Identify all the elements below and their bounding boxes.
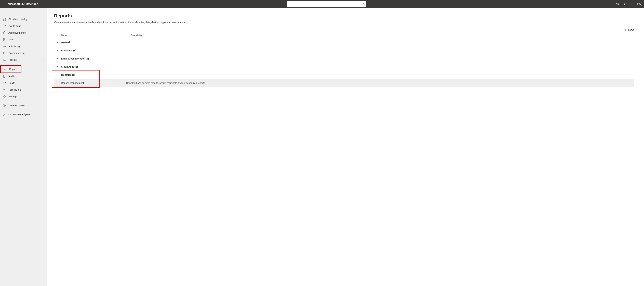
app-title: Microsoft 365 Defender <box>8 3 38 6</box>
user-avatar[interactable]: TA <box>637 2 642 7</box>
community-icon[interactable] <box>616 3 619 6</box>
sidebar-item-label: Files <box>8 38 44 41</box>
svg-point-15 <box>624 4 625 5</box>
svg-point-41 <box>4 96 5 97</box>
sidebar-item-activity-log[interactable]: Activity log <box>0 43 47 50</box>
sidebar-item-label: Cloud app catalog <box>8 18 44 21</box>
sidebar-item-label: Activity log <box>8 45 44 48</box>
svg-line-40 <box>5 90 6 90</box>
page-title: Reports <box>54 13 634 19</box>
heart-icon <box>3 82 6 84</box>
group-label: Cloud Apps (1) <box>61 65 78 68</box>
sidebar-item-policies[interactable]: Policies <box>0 56 47 63</box>
sidebar-item-cloud-app-catalog[interactable]: Cloud app catalog <box>0 16 47 23</box>
svg-point-8 <box>4 5 5 6</box>
sidebar-item-more-resources[interactable]: More resources <box>0 102 47 109</box>
gear-icon <box>3 95 6 98</box>
group-row-endpoints[interactable]: Endpoints (8) <box>54 47 634 55</box>
sidebar-item-label: Health <box>8 82 44 84</box>
sidebar-item-label: Policies <box>8 59 40 61</box>
group-label: Identities (1) <box>61 74 75 76</box>
app-launcher-icon[interactable] <box>2 2 6 6</box>
report-description: Download one or more reports, assign rec… <box>126 82 634 84</box>
svg-rect-20 <box>3 18 4 19</box>
pencil-icon <box>3 113 6 116</box>
sidebar-item-label: App governance <box>8 32 44 34</box>
grid-icon <box>3 18 6 21</box>
svg-rect-21 <box>5 18 6 19</box>
sidebar-item-files[interactable]: Files <box>0 36 47 43</box>
sidebar-item-settings[interactable]: Settings <box>0 93 47 100</box>
sidebar-item-label: Reports <box>9 68 18 70</box>
main-content: Reports View information about security … <box>47 8 644 286</box>
divider <box>3 64 44 64</box>
key-icon <box>3 88 6 91</box>
sidebar-item-customize-navigation[interactable]: Customize navigation <box>0 111 47 118</box>
svg-point-4 <box>4 4 4 5</box>
users-icon <box>3 25 6 27</box>
svg-rect-22 <box>3 20 4 21</box>
sidebar-item-label: Audit <box>8 75 44 78</box>
chevron-down-icon <box>42 59 44 61</box>
svg-point-14 <box>618 4 618 5</box>
chevron-right-icon <box>54 66 59 68</box>
svg-point-3 <box>2 4 3 5</box>
chart-icon <box>4 68 7 70</box>
chevron-down-icon <box>54 74 59 76</box>
svg-point-13 <box>616 3 617 4</box>
hamburger-icon[interactable] <box>0 10 47 16</box>
group-row-email-collaboration[interactable]: Email & collaboration (4) <box>54 55 634 63</box>
page-subtitle: View information about security trends a… <box>54 21 634 26</box>
info-icon <box>3 104 6 107</box>
sliders-icon <box>3 59 6 61</box>
sidebar-item-label: Settings <box>8 95 44 98</box>
svg-point-6 <box>2 5 3 6</box>
svg-point-44 <box>4 105 4 105</box>
svg-point-34 <box>4 59 4 60</box>
group-row-identities[interactable]: Identities (1) <box>54 71 634 79</box>
group-label: Endpoints (8) <box>61 49 76 52</box>
table-header: Name Description <box>54 32 634 38</box>
svg-point-9 <box>289 3 291 5</box>
search-box[interactable] <box>287 1 366 7</box>
gear-icon[interactable] <box>623 3 626 6</box>
close-icon[interactable] <box>362 3 365 6</box>
sidebar-item-label: Permissions <box>8 88 44 91</box>
svg-point-36 <box>4 60 5 61</box>
clipboard-icon <box>3 52 6 54</box>
report-row-reports-management[interactable]: Reports management Download one or more … <box>54 79 634 87</box>
svg-line-10 <box>290 4 291 5</box>
svg-point-26 <box>4 26 5 27</box>
items-count: 17 items <box>54 26 634 32</box>
column-description[interactable]: Description <box>131 34 634 37</box>
search-input[interactable] <box>292 3 361 6</box>
report-name: Reports management <box>61 82 126 84</box>
sidebar-item-app-governance[interactable]: App governance <box>0 29 47 36</box>
svg-point-2 <box>4 3 5 3</box>
search-icon <box>289 2 292 6</box>
svg-rect-23 <box>5 20 6 21</box>
avatar-initials: TA <box>638 3 640 5</box>
top-header-bar: Microsoft 365 Defender TA <box>0 0 644 8</box>
svg-point-5 <box>4 4 5 5</box>
svg-point-24 <box>3 25 4 26</box>
sidebar-item-label: Governance log <box>8 52 44 54</box>
column-name[interactable]: Name <box>61 34 128 37</box>
group-row-general[interactable]: General (2) <box>54 38 634 47</box>
svg-point-0 <box>2 3 3 3</box>
sidebar-item-governance-log[interactable]: Governance log <box>0 50 47 56</box>
help-icon[interactable] <box>630 3 633 6</box>
chevron-down-icon[interactable] <box>54 34 59 37</box>
sidebar-item-label: OAuth apps <box>8 25 44 27</box>
divider <box>3 101 44 101</box>
sidebar-item-health[interactable]: Health <box>0 80 47 86</box>
sidebar-item-audit[interactable]: Audit <box>0 73 47 80</box>
file-icon <box>3 38 6 41</box>
svg-point-37 <box>4 76 5 77</box>
sidebar-item-label: Customize navigation <box>8 113 44 116</box>
sidebar-item-oauth-apps[interactable]: OAuth apps <box>0 23 47 29</box>
group-row-cloud-apps[interactable]: Cloud Apps (1) <box>54 63 634 71</box>
sidebar-item-permissions[interactable]: Permissions <box>0 86 47 93</box>
sidebar-item-reports[interactable]: Reports <box>1 66 21 73</box>
svg-point-7 <box>4 5 4 6</box>
